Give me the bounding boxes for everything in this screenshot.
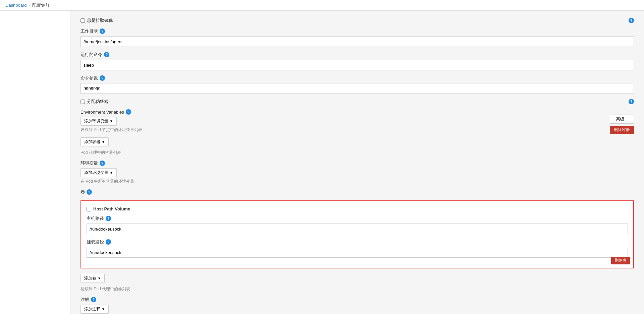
top-nav: Dashboard › 配置集群	[0, 0, 644, 11]
add-container-btn[interactable]: 添加容器 ▼	[80, 137, 109, 146]
host-path-input[interactable]	[87, 224, 628, 234]
annotations-label: 注解	[80, 297, 89, 303]
container-hint: Pod 代理中的容器列表	[80, 150, 634, 155]
add-annotation-caret-icon: ▼	[102, 307, 105, 311]
mount-path-help-icon[interactable]: ?	[106, 239, 111, 245]
advanced-button[interactable]: 高级...	[610, 115, 634, 124]
mount-path-label: 挂载路径	[87, 239, 104, 245]
add-annotation-btn-label: 添加注释	[84, 306, 100, 312]
mount-path-group: 挂载路径 ?	[87, 239, 628, 258]
add-env-btn-label: 添加环境变量	[84, 118, 108, 124]
work-dir-group: 工作目录 ?	[80, 28, 634, 47]
add-volume-group: 添加卷 ▼ 挂载到 Pod 代理中的卷列表	[80, 274, 634, 292]
run-command-group: 运行的命令 ?	[80, 52, 634, 70]
add-env-section-caret-icon: ▼	[110, 171, 113, 175]
host-path-volume-section: Host Path Volume 主机路径 ? 挂载路径 ? 删除卷	[80, 200, 634, 268]
run-command-input[interactable]	[80, 60, 634, 70]
host-path-volume-checkbox[interactable]	[87, 207, 91, 211]
always-pull-image-group: 总是拉取镜像 ?	[80, 17, 634, 23]
add-container-group: 添加容器 ▼ Pod 代理中的容器列表	[80, 137, 634, 155]
add-volume-caret-icon: ▼	[98, 276, 101, 280]
dropdown-caret-icon: ▼	[110, 119, 113, 123]
annotations-group: 注解 ? 添加注释 ▼	[80, 297, 634, 314]
annotations-help-icon[interactable]: ?	[91, 297, 96, 302]
delete-container-button[interactable]: 删除容器	[610, 126, 634, 134]
work-dir-input[interactable]	[80, 36, 634, 47]
env-variables-label: Environment Variables	[80, 110, 124, 115]
volumes-label-group: 卷 ?	[80, 189, 634, 195]
add-volume-btn-label: 添加卷	[84, 275, 96, 281]
add-env-btn[interactable]: 添加环境变量 ▼	[80, 117, 117, 126]
add-container-caret-icon: ▼	[102, 140, 105, 144]
command-args-label: 命令参数	[80, 75, 98, 81]
breadcrumb-dashboard[interactable]: Dashboard	[5, 3, 27, 8]
host-path-volume-header: Host Path Volume	[87, 206, 628, 211]
add-container-btn-label: 添加容器	[84, 139, 100, 145]
add-env-section-btn-label: 添加环境变量	[84, 170, 108, 176]
add-annotation-btn[interactable]: 添加注释 ▼	[80, 305, 109, 314]
env-variables-group: Environment Variables ? 添加环境变量 ▼ 设置到 Pod…	[80, 109, 634, 133]
always-pull-image-help-icon[interactable]: ?	[629, 18, 634, 23]
host-path-group: 主机路径 ?	[87, 215, 628, 234]
volume-hint: 挂载到 Pod 代理中的卷列表	[80, 286, 634, 292]
env-section-group: 环境变量 ? 添加环境变量 ▼ 在 Pod 中所有容器的环境变量	[80, 160, 634, 184]
add-env-section-btn[interactable]: 添加环境变量 ▼	[80, 168, 117, 177]
env-section-hint: 在 Pod 中所有容器的环境变量	[80, 179, 634, 184]
allocate-tty-help-icon[interactable]: ?	[629, 99, 634, 104]
allocate-tty-group: 分配伪终端 ?	[80, 99, 634, 105]
env-variables-help-icon[interactable]: ?	[126, 109, 131, 115]
volumes-label: 卷	[80, 189, 85, 195]
allocate-tty-checkbox[interactable]	[80, 100, 85, 104]
host-path-label: 主机路径	[87, 215, 104, 222]
always-pull-image-label: 总是拉取镜像	[87, 17, 113, 23]
sidebar	[0, 11, 70, 314]
always-pull-image-checkbox[interactable]	[80, 18, 85, 23]
delete-volume-btn[interactable]: 删除卷	[611, 257, 630, 264]
env-hint: 设置到 Pod 节点中的环境变量列表	[80, 127, 634, 133]
host-path-help-icon[interactable]: ?	[106, 216, 111, 221]
run-command-help-icon[interactable]: ?	[104, 52, 109, 57]
allocate-tty-label: 分配伪终端	[87, 99, 109, 105]
mount-path-input[interactable]	[87, 247, 628, 258]
section-actions: 高级... 删除容器	[610, 115, 634, 134]
work-dir-label: 工作目录	[80, 28, 98, 34]
command-args-input[interactable]	[80, 83, 634, 94]
env-section-label: 环境变量	[80, 160, 98, 166]
command-args-help-icon[interactable]: ?	[100, 75, 105, 81]
run-command-label: 运行的命令	[80, 52, 102, 58]
content-area: 总是拉取镜像 ? 工作目录 ? 运行的命令 ? 命令参数 ?	[70, 11, 644, 314]
volumes-help-icon[interactable]: ?	[87, 189, 92, 195]
command-args-group: 命令参数 ?	[80, 75, 634, 94]
add-volume-btn[interactable]: 添加卷 ▼	[80, 274, 105, 283]
env-section-help-icon[interactable]: ?	[100, 161, 105, 166]
host-path-volume-title: Host Path Volume	[93, 206, 130, 211]
breadcrumb-current: 配置集群	[32, 2, 50, 8]
work-dir-help-icon[interactable]: ?	[100, 28, 105, 34]
breadcrumb-arrow: ›	[29, 3, 30, 8]
